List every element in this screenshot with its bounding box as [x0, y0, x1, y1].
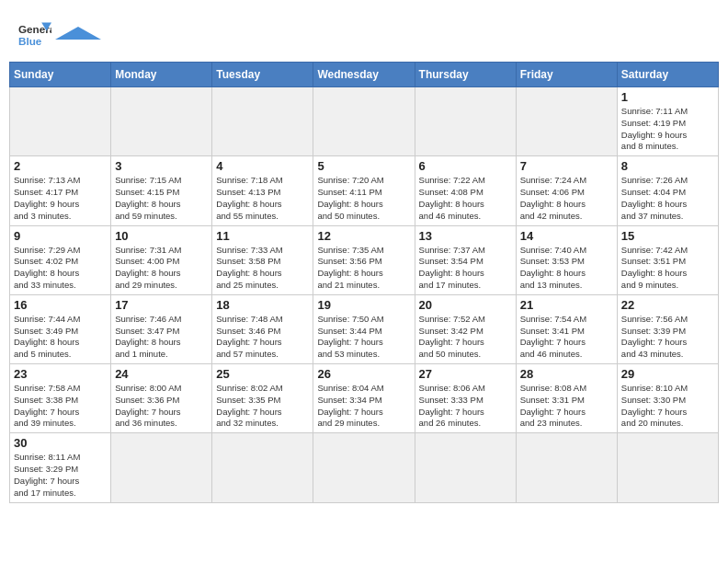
logo: General Blue	[18, 18, 101, 52]
calendar-day-cell: 15Sunrise: 7:42 AMSunset: 3:51 PMDayligh…	[617, 225, 718, 294]
day-number: 20	[419, 298, 512, 312]
day-info: Sunrise: 7:58 AMSunset: 3:38 PMDaylight:…	[14, 383, 107, 430]
calendar-day-cell: 28Sunrise: 8:08 AMSunset: 3:31 PMDayligh…	[516, 364, 617, 433]
calendar-day-cell: 20Sunrise: 7:52 AMSunset: 3:42 PMDayligh…	[415, 294, 516, 363]
calendar-day-cell: 12Sunrise: 7:35 AMSunset: 3:56 PMDayligh…	[313, 225, 415, 294]
day-number: 29	[621, 367, 714, 381]
day-info: Sunrise: 8:06 AMSunset: 3:33 PMDaylight:…	[419, 383, 512, 430]
day-info: Sunrise: 7:46 AMSunset: 3:47 PMDaylight:…	[115, 314, 208, 361]
day-info: Sunrise: 7:56 AMSunset: 3:39 PMDaylight:…	[621, 314, 714, 361]
day-number: 27	[419, 367, 512, 381]
day-info: Sunrise: 7:15 AMSunset: 4:15 PMDaylight:…	[115, 175, 208, 222]
calendar-day-cell: 18Sunrise: 7:48 AMSunset: 3:46 PMDayligh…	[212, 294, 313, 363]
weekday-header-sunday: Sunday	[10, 63, 111, 87]
day-number: 11	[216, 229, 309, 243]
day-info: Sunrise: 7:50 AMSunset: 3:44 PMDaylight:…	[317, 314, 410, 361]
day-info: Sunrise: 7:24 AMSunset: 4:06 PMDaylight:…	[520, 175, 613, 222]
day-number: 21	[520, 298, 613, 312]
calendar-day-cell	[10, 87, 111, 156]
calendar-day-cell: 26Sunrise: 8:04 AMSunset: 3:34 PMDayligh…	[313, 364, 415, 433]
day-number: 19	[317, 298, 410, 312]
day-info: Sunrise: 7:11 AMSunset: 4:19 PMDaylight:…	[621, 106, 714, 153]
calendar-day-cell: 5Sunrise: 7:20 AMSunset: 4:11 PMDaylight…	[313, 156, 415, 225]
day-number: 9	[14, 229, 107, 243]
calendar-week-row: 1Sunrise: 7:11 AMSunset: 4:19 PMDaylight…	[10, 87, 719, 156]
calendar-day-cell: 29Sunrise: 8:10 AMSunset: 3:30 PMDayligh…	[617, 364, 718, 433]
calendar-day-cell: 17Sunrise: 7:46 AMSunset: 3:47 PMDayligh…	[111, 294, 212, 363]
day-info: Sunrise: 7:31 AMSunset: 4:00 PMDaylight:…	[115, 245, 208, 292]
calendar-week-row: 2Sunrise: 7:13 AMSunset: 4:17 PMDaylight…	[10, 156, 719, 225]
calendar-day-cell: 9Sunrise: 7:29 AMSunset: 4:02 PMDaylight…	[10, 225, 111, 294]
weekday-header-row: SundayMondayTuesdayWednesdayThursdayFrid…	[10, 63, 719, 87]
day-info: Sunrise: 7:40 AMSunset: 3:53 PMDaylight:…	[520, 245, 613, 292]
day-number: 25	[216, 367, 309, 381]
calendar-day-cell: 4Sunrise: 7:18 AMSunset: 4:13 PMDaylight…	[212, 156, 313, 225]
day-number: 28	[520, 367, 613, 381]
calendar-week-row: 30Sunrise: 8:11 AMSunset: 3:29 PMDayligh…	[10, 433, 719, 502]
day-info: Sunrise: 7:26 AMSunset: 4:04 PMDaylight:…	[621, 175, 714, 222]
calendar-day-cell: 1Sunrise: 7:11 AMSunset: 4:19 PMDaylight…	[617, 87, 718, 156]
calendar-day-cell: 25Sunrise: 8:02 AMSunset: 3:35 PMDayligh…	[212, 364, 313, 433]
calendar-day-cell: 30Sunrise: 8:11 AMSunset: 3:29 PMDayligh…	[10, 433, 111, 502]
calendar-day-cell	[212, 433, 313, 502]
day-number: 17	[115, 298, 208, 312]
calendar-day-cell	[415, 433, 516, 502]
day-info: Sunrise: 7:29 AMSunset: 4:02 PMDaylight:…	[14, 245, 107, 292]
day-info: Sunrise: 7:20 AMSunset: 4:11 PMDaylight:…	[317, 175, 410, 222]
calendar-day-cell	[313, 87, 415, 156]
calendar-day-cell	[212, 87, 313, 156]
calendar-week-row: 9Sunrise: 7:29 AMSunset: 4:02 PMDaylight…	[10, 225, 719, 294]
day-info: Sunrise: 7:44 AMSunset: 3:49 PMDaylight:…	[14, 314, 107, 361]
day-number: 3	[115, 159, 208, 173]
day-number: 13	[419, 229, 512, 243]
calendar-day-cell	[111, 87, 212, 156]
day-info: Sunrise: 7:22 AMSunset: 4:08 PMDaylight:…	[419, 175, 512, 222]
day-info: Sunrise: 7:35 AMSunset: 3:56 PMDaylight:…	[317, 245, 410, 292]
day-info: Sunrise: 7:13 AMSunset: 4:17 PMDaylight:…	[14, 175, 107, 222]
day-info: Sunrise: 8:10 AMSunset: 3:30 PMDaylight:…	[621, 383, 714, 430]
calendar-day-cell: 8Sunrise: 7:26 AMSunset: 4:04 PMDaylight…	[617, 156, 718, 225]
calendar-day-cell: 6Sunrise: 7:22 AMSunset: 4:08 PMDaylight…	[415, 156, 516, 225]
calendar-day-cell: 27Sunrise: 8:06 AMSunset: 3:33 PMDayligh…	[415, 364, 516, 433]
day-number: 15	[621, 229, 714, 243]
weekday-header-monday: Monday	[111, 63, 212, 87]
weekday-header-tuesday: Tuesday	[212, 63, 313, 87]
day-number: 22	[621, 298, 714, 312]
day-info: Sunrise: 7:33 AMSunset: 3:58 PMDaylight:…	[216, 245, 309, 292]
logo-icon: General Blue	[18, 18, 51, 52]
day-info: Sunrise: 7:48 AMSunset: 3:46 PMDaylight:…	[216, 314, 309, 361]
day-number: 18	[216, 298, 309, 312]
calendar-day-cell: 19Sunrise: 7:50 AMSunset: 3:44 PMDayligh…	[313, 294, 415, 363]
day-number: 24	[115, 367, 208, 381]
calendar-day-cell: 13Sunrise: 7:37 AMSunset: 3:54 PMDayligh…	[415, 225, 516, 294]
calendar-week-row: 23Sunrise: 7:58 AMSunset: 3:38 PMDayligh…	[10, 364, 719, 433]
calendar-table: SundayMondayTuesdayWednesdayThursdayFrid…	[9, 62, 719, 503]
weekday-header-thursday: Thursday	[415, 63, 516, 87]
calendar-day-cell: 14Sunrise: 7:40 AMSunset: 3:53 PMDayligh…	[516, 225, 617, 294]
calendar-day-cell	[111, 433, 212, 502]
calendar-day-cell	[516, 433, 617, 502]
day-number: 8	[621, 159, 714, 173]
calendar-day-cell	[516, 87, 617, 156]
calendar-day-cell: 22Sunrise: 7:56 AMSunset: 3:39 PMDayligh…	[617, 294, 718, 363]
logo-triangle	[55, 27, 101, 40]
calendar-day-cell	[415, 87, 516, 156]
weekday-header-friday: Friday	[516, 63, 617, 87]
day-info: Sunrise: 7:54 AMSunset: 3:41 PMDaylight:…	[520, 314, 613, 361]
day-number: 12	[317, 229, 410, 243]
calendar-day-cell	[313, 433, 415, 502]
calendar-day-cell: 10Sunrise: 7:31 AMSunset: 4:00 PMDayligh…	[111, 225, 212, 294]
day-number: 1	[621, 90, 714, 104]
calendar-day-cell	[617, 433, 718, 502]
day-number: 14	[520, 229, 613, 243]
calendar-day-cell: 23Sunrise: 7:58 AMSunset: 3:38 PMDayligh…	[10, 364, 111, 433]
day-number: 5	[317, 159, 410, 173]
day-number: 2	[14, 159, 107, 173]
svg-text:Blue: Blue	[18, 35, 42, 47]
calendar-day-cell: 24Sunrise: 8:00 AMSunset: 3:36 PMDayligh…	[111, 364, 212, 433]
weekday-header-saturday: Saturday	[617, 63, 718, 87]
day-info: Sunrise: 8:00 AMSunset: 3:36 PMDaylight:…	[115, 383, 208, 430]
day-info: Sunrise: 8:11 AMSunset: 3:29 PMDaylight:…	[14, 452, 107, 499]
day-info: Sunrise: 7:37 AMSunset: 3:54 PMDaylight:…	[419, 245, 512, 292]
day-info: Sunrise: 7:42 AMSunset: 3:51 PMDaylight:…	[621, 245, 714, 292]
